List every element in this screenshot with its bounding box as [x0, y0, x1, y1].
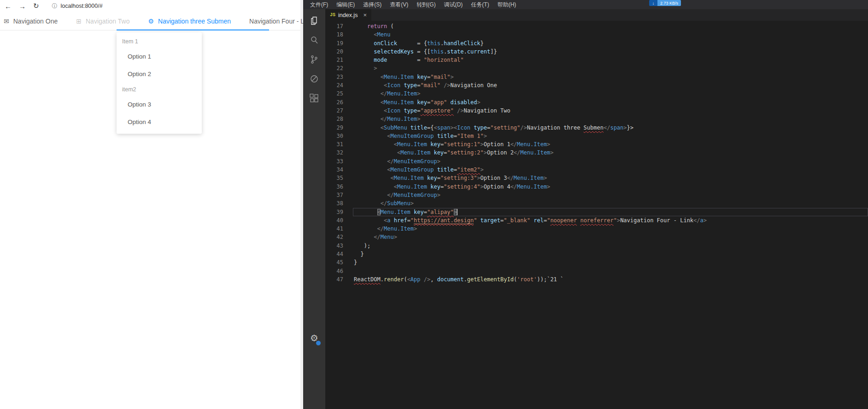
menubar-item[interactable]: 任务(T)	[467, 1, 493, 9]
code-line[interactable]: 24 <Icon type="mail" />Navigation One	[325, 81, 868, 89]
code-text	[353, 267, 868, 275]
menubar-item[interactable]: 转到(G)	[412, 1, 440, 9]
page-info-icon[interactable]: ⓘ	[52, 2, 58, 10]
line-number: 47	[325, 275, 343, 284]
code-text: selectedKeys = {[this.state.current]}	[353, 47, 868, 56]
code-line[interactable]: 21 mode = "horizontal"	[325, 56, 868, 64]
code-line[interactable]: 18 <Menu	[325, 30, 868, 39]
line-number: 36	[325, 183, 343, 191]
code-line[interactable]: 29 <SubMenu title={<span><Icon type="set…	[325, 124, 868, 132]
network-speed-value: 2.73 KB/s	[657, 0, 681, 6]
address-text: localhost:8000/#	[61, 3, 103, 9]
refresh-button[interactable]: ↻	[33, 2, 39, 10]
network-speed-icon: ↓	[649, 0, 657, 6]
vscode-window: 文件(F)编辑(E)选择(S)查看(V)转到(G)调试(D)任务(T)帮助(H)…	[303, 0, 868, 409]
dropdown-option[interactable]: Option 3	[117, 96, 202, 113]
debug-icon[interactable]	[303, 69, 325, 89]
code-line[interactable]: 43 );	[325, 242, 868, 250]
code-line[interactable]: 25 </Menu.Item>	[325, 89, 868, 98]
code-line[interactable]: 39 <Menu.Item key="alipay">	[325, 208, 868, 216]
code-text: <a href="https://ant.design" target="_bl…	[353, 216, 868, 225]
line-number: 19	[325, 39, 343, 47]
code-text: <Menu	[353, 30, 868, 39]
forward-button[interactable]: →	[19, 2, 26, 10]
menubar-item[interactable]: 查看(V)	[386, 1, 412, 9]
code-line[interactable]: 20 selectedKeys = {[this.state.current]}	[325, 47, 868, 56]
line-number: 18	[325, 30, 343, 39]
code-line[interactable]: 38 </SubMenu>	[325, 199, 868, 207]
line-number: 35	[325, 174, 343, 182]
code-line[interactable]: 34 <MenuItemGroup title="item2">	[325, 166, 868, 174]
nav-item[interactable]: ✉Navigation One	[0, 12, 67, 30]
back-button[interactable]: ←	[5, 2, 12, 10]
setting-icon: ⚙	[148, 18, 154, 24]
submenu-dropdown: Item 1Option 1Option 2item2Option 3Optio…	[117, 32, 202, 134]
code-text: <Menu.Item key="alipay">	[353, 208, 868, 216]
search-icon[interactable]	[303, 30, 325, 50]
menubar-item[interactable]: 编辑(E)	[332, 1, 359, 9]
settings-gear-icon[interactable]: ⚙	[303, 330, 325, 346]
tab-close-icon[interactable]: ×	[363, 12, 367, 18]
line-number: 26	[325, 98, 343, 107]
code-line[interactable]: 33 </MenuItemGroup>	[325, 157, 868, 166]
source-control-icon[interactable]	[303, 50, 325, 69]
dropdown-option[interactable]: Option 4	[117, 113, 202, 131]
code-line[interactable]: 37 </MenuItemGroup>	[325, 191, 868, 199]
code-text: </Menu.Item>	[353, 89, 868, 98]
code-text: onClick = {this.handleClick}	[353, 39, 868, 47]
code-text: </MenuItemGroup>	[353, 157, 868, 166]
tab-indexjs[interactable]: JS index.js ×	[325, 9, 371, 21]
line-number: 45	[325, 258, 343, 267]
code-line[interactable]: 27 <Icon type="appstore" />Navigation Tw…	[325, 107, 868, 115]
explorer-icon[interactable]	[303, 11, 325, 30]
code-line[interactable]: 45}	[325, 258, 868, 267]
code-line[interactable]: 36 <Menu.Item key="setting:4">Option 4</…	[325, 183, 868, 191]
code-line[interactable]: 23 <Menu.Item key="mail">	[325, 73, 868, 81]
menubar-item[interactable]: 帮助(H)	[493, 1, 521, 9]
code-text: <Menu.Item key="mail">	[353, 73, 868, 81]
extensions-icon[interactable]	[303, 89, 325, 108]
settings-notification-badge	[316, 340, 321, 346]
nav-item[interactable]: ⊞Navigation Two	[67, 12, 139, 30]
code-text: }	[353, 258, 868, 267]
nav-item[interactable]: ⚙Navigation three Submen	[139, 12, 240, 30]
code-line[interactable]: 44 }	[325, 250, 868, 258]
browser-toolbar: ← → ↻ ⓘ localhost:8000/#	[0, 0, 300, 12]
code-text: }	[353, 250, 868, 258]
code-line[interactable]: 35 <Menu.Item key="setting:3">Option 3</…	[325, 174, 868, 182]
code-line[interactable]: 46	[325, 267, 868, 275]
dropdown-option[interactable]: Option 2	[117, 65, 202, 83]
line-number: 17	[325, 22, 343, 30]
code-line[interactable]: 22 >	[325, 64, 868, 72]
line-number: 31	[325, 140, 343, 148]
code-line[interactable]: 30 <MenuItemGroup title="Item 1">	[325, 132, 868, 140]
line-number: 28	[325, 115, 343, 123]
line-number: 27	[325, 107, 343, 115]
line-number: 40	[325, 216, 343, 225]
menubar-item[interactable]: 选择(S)	[359, 1, 386, 9]
line-number: 43	[325, 242, 343, 250]
line-number: 44	[325, 250, 343, 258]
line-number: 37	[325, 191, 343, 199]
nav-item-label: Navigation One	[13, 18, 58, 25]
tab-label: index.js	[338, 12, 358, 18]
code-editor[interactable]: 17 return (18 <Menu19 onClick = {this.ha…	[325, 21, 868, 409]
code-line[interactable]: 32 <Menu.Item key="setting:2">Option 2</…	[325, 148, 868, 157]
line-number: 22	[325, 64, 343, 72]
code-line[interactable]: 40 <a href="https://ant.design" target="…	[325, 216, 868, 225]
address-bar[interactable]: ⓘ localhost:8000/#	[52, 2, 103, 10]
code-line[interactable]: 26 <Menu.Item key="app" disabled>	[325, 98, 868, 107]
vscode-body: ⚙ JS index.js × 17 return (18 <Menu19 on…	[303, 9, 868, 409]
code-line[interactable]: 17 return (	[325, 22, 868, 30]
line-number: 20	[325, 47, 343, 56]
code-line[interactable]: 47ReactDOM.render(<App />, document.getE…	[325, 275, 868, 284]
dropdown-option[interactable]: Option 1	[117, 48, 202, 65]
menubar-item[interactable]: 调试(D)	[440, 1, 467, 9]
code-line[interactable]: 19 onClick = {this.handleClick}	[325, 39, 868, 47]
code-line[interactable]: 28 </Menu.Item>	[325, 115, 868, 123]
code-line[interactable]: 42 </Menu>	[325, 233, 868, 241]
line-number: 41	[325, 225, 343, 233]
code-line[interactable]: 41 </Menu.Item>	[325, 225, 868, 233]
code-line[interactable]: 31 <Menu.Item key="setting:1">Option 1</…	[325, 140, 868, 148]
menubar-item[interactable]: 文件(F)	[306, 1, 332, 9]
